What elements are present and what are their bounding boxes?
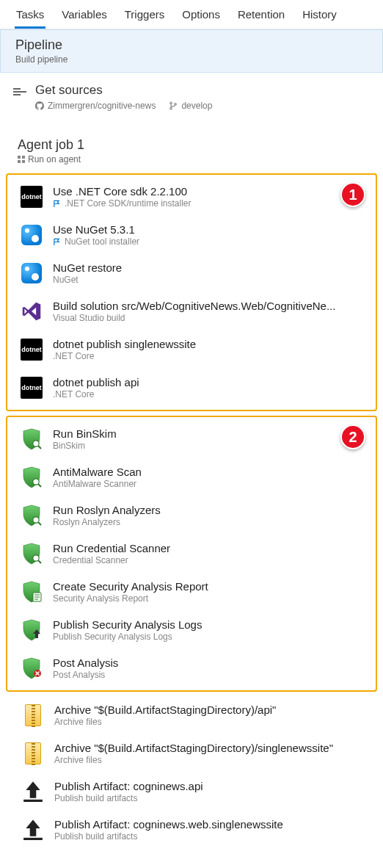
task-subtitle: .NET Core SDK/runtime installer bbox=[65, 198, 192, 209]
task-item[interactable]: Archive "$(Build.ArtifactStagingDirector… bbox=[0, 696, 383, 734]
flag-icon bbox=[53, 238, 61, 246]
task-title: Create Security Analysis Report bbox=[53, 580, 365, 593]
upload-icon bbox=[23, 818, 43, 842]
task-title: Use NuGet 5.3.1 bbox=[53, 223, 365, 236]
task-title: Archive "$(Build.ArtifactStagingDirector… bbox=[54, 704, 370, 716]
task-item[interactable]: Run BinSkimBinSkim bbox=[10, 420, 373, 458]
task-group-1: 1 dotnetUse .NET Core sdk 2.2.100.NET Co… bbox=[6, 173, 377, 411]
svg-line-17 bbox=[38, 560, 41, 563]
task-item[interactable]: Post AnalysisPost Analysis bbox=[10, 649, 373, 687]
archive-icon bbox=[25, 742, 41, 764]
task-subtitle: NuGet bbox=[53, 275, 79, 285]
task-subtitle: NuGet tool installer bbox=[65, 236, 139, 247]
sources-repo: Zimmergren/cognitive-news bbox=[35, 101, 156, 111]
svg-point-3 bbox=[170, 102, 172, 104]
tab-triggers[interactable]: Triggers bbox=[123, 1, 166, 29]
pipeline-title: Pipeline bbox=[15, 37, 368, 53]
nuget-icon bbox=[21, 225, 42, 245]
shield-search-icon bbox=[21, 504, 42, 527]
task-subtitle: Roslyn Analyzers bbox=[53, 517, 120, 527]
task-item[interactable]: Create Security Analysis ReportSecurity … bbox=[10, 573, 373, 611]
svg-rect-23 bbox=[23, 799, 43, 801]
task-item[interactable]: Publish Security Analysis LogsPublish Se… bbox=[10, 611, 373, 649]
task-item[interactable]: NuGet restoreNuGet bbox=[10, 254, 373, 292]
task-title: Run Credential Scanner bbox=[53, 542, 365, 554]
svg-rect-6 bbox=[18, 156, 21, 159]
flag-icon bbox=[53, 200, 61, 208]
agent-job-subtitle: Run on agent bbox=[18, 154, 365, 164]
task-item[interactable]: Build solution src/Web/CognitiveNews.Web… bbox=[10, 292, 373, 330]
task-title: Publish Security Analysis Logs bbox=[53, 618, 365, 631]
svg-rect-8 bbox=[18, 160, 21, 163]
svg-rect-9 bbox=[22, 160, 25, 163]
shield-report-icon bbox=[21, 581, 42, 603]
task-item[interactable]: Run Roslyn AnalyzersRoslyn Analyzers bbox=[10, 496, 373, 535]
get-sources[interactable]: Get sources Zimmergren/cognitive-news de… bbox=[0, 73, 383, 115]
pipeline-subtitle: Build pipeline bbox=[15, 54, 368, 65]
upload-icon bbox=[23, 780, 43, 804]
tab-retention[interactable]: Retention bbox=[236, 1, 286, 29]
shield-up-icon bbox=[21, 619, 42, 641]
agent-job-title: Agent job 1 bbox=[18, 137, 365, 153]
dotnet-icon: dotnet bbox=[21, 377, 43, 399]
tab-variables[interactable]: Variables bbox=[60, 1, 108, 29]
task-subtitle: .NET Core bbox=[53, 389, 94, 399]
task-title: Post Analysis bbox=[53, 657, 365, 669]
task-title: Publish Artifact: cogninews.api bbox=[54, 780, 370, 792]
svg-point-5 bbox=[175, 103, 177, 105]
callout-badge-2: 2 bbox=[340, 424, 365, 449]
shield-search-icon bbox=[21, 543, 42, 565]
task-subtitle: Post Analysis bbox=[53, 670, 105, 680]
task-list-tail: Archive "$(Build.ArtifactStagingDirector… bbox=[0, 696, 383, 849]
task-list: Run BinSkimBinSkimAntiMalware ScanAntiMa… bbox=[10, 420, 373, 687]
svg-point-4 bbox=[170, 107, 172, 109]
task-title: Run Roslyn Analyzers bbox=[53, 504, 365, 516]
agent-job-header[interactable]: Agent job 1 Run on agent bbox=[0, 115, 383, 169]
svg-point-16 bbox=[33, 555, 39, 561]
task-subtitle: Publish Security Analysis Logs bbox=[53, 632, 172, 642]
svg-point-10 bbox=[33, 441, 39, 446]
task-item[interactable]: dotnetdotnet publish singlenewssite.NET … bbox=[10, 330, 373, 369]
task-item[interactable]: Use NuGet 5.3.1NuGet tool installer bbox=[10, 216, 373, 254]
tab-options[interactable]: Options bbox=[180, 1, 222, 29]
svg-point-12 bbox=[33, 479, 39, 485]
task-list: dotnetUse .NET Core sdk 2.2.100.NET Core… bbox=[10, 178, 373, 407]
task-title: Build solution src/Web/CognitiveNews.Web… bbox=[53, 300, 365, 312]
task-subtitle: .NET Core bbox=[53, 351, 94, 361]
visual-studio-icon bbox=[21, 301, 42, 322]
shield-search-icon bbox=[21, 466, 42, 488]
task-subtitle: Archive files bbox=[54, 755, 102, 765]
task-title: Use .NET Core sdk 2.2.100 bbox=[53, 185, 365, 198]
task-subtitle: AntiMalware Scanner bbox=[53, 479, 136, 489]
task-subtitle: Credential Scanner bbox=[53, 555, 128, 565]
task-group-2: 2 Run BinSkimBinSkimAntiMalware ScanAnti… bbox=[6, 416, 377, 692]
task-item[interactable]: AntiMalware ScanAntiMalware Scanner bbox=[10, 458, 373, 496]
tab-tasks[interactable]: Tasks bbox=[15, 1, 45, 29]
task-item[interactable]: Publish Artifact: cogninews.web.singlene… bbox=[0, 811, 383, 849]
task-item[interactable]: Publish Artifact: cogninews.apiPublish b… bbox=[0, 773, 383, 811]
task-subtitle: Archive files bbox=[54, 717, 102, 727]
tab-history[interactable]: History bbox=[301, 1, 338, 29]
svg-line-15 bbox=[38, 522, 41, 525]
dotnet-icon: dotnet bbox=[21, 339, 43, 361]
task-subtitle: Visual Studio build bbox=[53, 313, 125, 323]
shield-x-icon bbox=[21, 657, 42, 679]
shield-search-icon bbox=[21, 428, 42, 450]
task-item[interactable]: dotnetUse .NET Core sdk 2.2.100.NET Core… bbox=[10, 178, 373, 216]
task-subtitle: Publish build artifacts bbox=[54, 831, 137, 842]
sources-icon bbox=[13, 85, 26, 98]
task-title: dotnet publish api bbox=[53, 376, 365, 388]
task-title: NuGet restore bbox=[53, 261, 365, 274]
task-subtitle: Security Analysis Report bbox=[53, 593, 148, 604]
task-item[interactable]: Run Credential ScannerCredential Scanner bbox=[10, 535, 373, 573]
task-item[interactable]: dotnetdotnet publish api.NET Core bbox=[10, 369, 373, 407]
task-item[interactable]: Archive "$(Build.ArtifactStagingDirector… bbox=[0, 734, 383, 773]
branch-icon bbox=[169, 101, 178, 110]
svg-rect-7 bbox=[22, 156, 25, 159]
task-title: AntiMalware Scan bbox=[53, 466, 365, 478]
tabs-bar: Tasks Variables Triggers Options Retenti… bbox=[0, 0, 383, 29]
dotnet-icon: dotnet bbox=[21, 186, 43, 208]
task-title: Run BinSkim bbox=[53, 427, 365, 440]
pipeline-header[interactable]: Pipeline Build pipeline bbox=[0, 29, 383, 73]
task-title: Archive "$(Build.ArtifactStagingDirector… bbox=[54, 742, 370, 754]
